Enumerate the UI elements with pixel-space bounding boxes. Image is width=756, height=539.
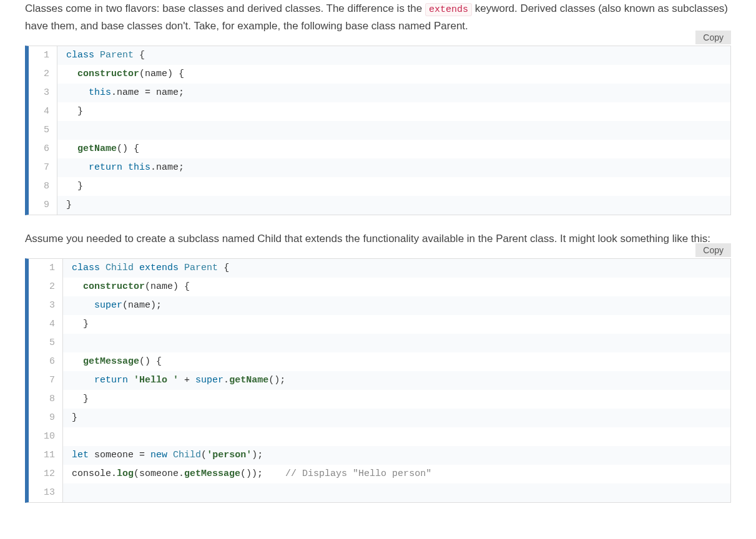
line-number: 13 [29, 483, 62, 502]
line-number: 9 [29, 409, 62, 427]
line-number: 9 [29, 196, 57, 215]
code-line [63, 483, 730, 502]
line-number: 2 [29, 278, 62, 296]
code-line [63, 427, 730, 446]
copy-button[interactable]: Copy [695, 31, 731, 44]
line-number: 6 [29, 352, 62, 371]
line-number: 12 [29, 465, 62, 483]
code-line: } [57, 177, 730, 196]
code-line: } [63, 390, 730, 409]
code-line: } [57, 102, 730, 121]
code-line: let someone = new Child('person'); [63, 446, 730, 465]
code-block-parent: Copy 123456789 class Parent { constructo… [25, 46, 731, 215]
code-line: this.name = name; [57, 84, 730, 102]
line-number: 5 [29, 121, 57, 140]
code-block: 123456789 class Parent { constructor(nam… [25, 46, 731, 215]
inline-code-extends: extends [425, 3, 472, 16]
line-number: 3 [29, 84, 57, 102]
line-number: 4 [29, 315, 62, 334]
para1-pre: Classes come in two flavors: base classe… [25, 2, 425, 14]
code-line: } [57, 196, 730, 215]
code-line: console.log(someone.getMessage()); // Di… [63, 465, 730, 483]
code-block: 12345678910111213 class Child extends Pa… [25, 258, 731, 503]
line-number-gutter: 12345678910111213 [29, 259, 63, 502]
line-number: 7 [29, 158, 57, 177]
line-number: 5 [29, 334, 62, 352]
line-number: 1 [29, 259, 62, 278]
line-number: 2 [29, 65, 57, 84]
code-line: } [63, 409, 730, 427]
code-line: class Parent { [57, 46, 730, 65]
line-number: 10 [29, 427, 62, 446]
line-number: 11 [29, 446, 62, 465]
code-line [57, 121, 730, 140]
code-line: class Child extends Parent { [63, 259, 730, 278]
code-line: constructor(name) { [57, 65, 730, 84]
code-line [63, 334, 730, 352]
copy-button[interactable]: Copy [695, 243, 731, 257]
line-number: 8 [29, 390, 62, 409]
code-line: return this.name; [57, 158, 730, 177]
code-content: class Parent { constructor(name) { this.… [57, 46, 730, 215]
code-content: class Child extends Parent { constructor… [63, 259, 730, 502]
code-line: return 'Hello ' + super.getName(); [63, 371, 730, 390]
paragraph-2: Assume you needed to create a subclass n… [25, 230, 731, 247]
line-number: 8 [29, 177, 57, 196]
line-number-gutter: 123456789 [29, 46, 57, 215]
code-line: constructor(name) { [63, 278, 730, 296]
line-number: 3 [29, 296, 62, 315]
code-line: } [63, 315, 730, 334]
code-line: getName() { [57, 140, 730, 158]
line-number: 1 [29, 46, 57, 65]
code-line: super(name); [63, 296, 730, 315]
line-number: 6 [29, 140, 57, 158]
code-line: getMessage() { [63, 352, 730, 371]
paragraph-1: Classes come in two flavors: base classe… [25, 0, 731, 34]
line-number: 7 [29, 371, 62, 390]
code-block-child: Copy 12345678910111213 class Child exten… [25, 258, 731, 503]
line-number: 4 [29, 102, 57, 121]
